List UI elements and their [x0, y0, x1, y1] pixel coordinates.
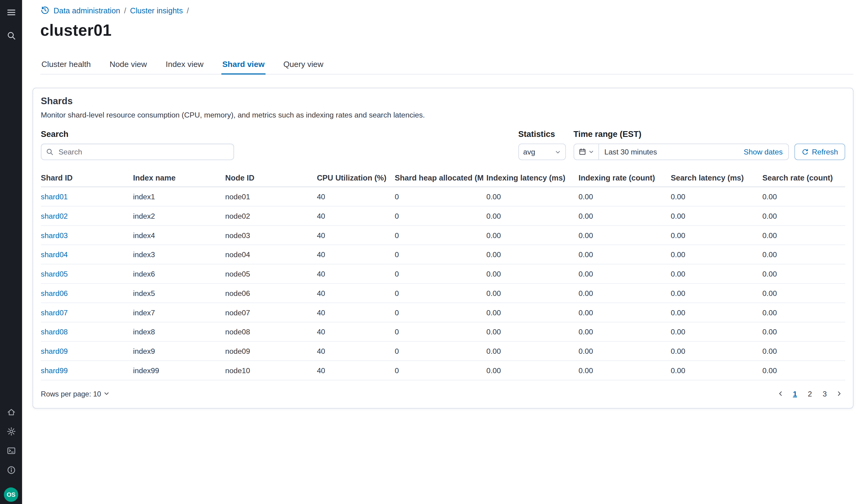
refresh-icon: [801, 148, 809, 155]
table-cell: node01: [225, 187, 317, 206]
table-cell: index1: [133, 187, 225, 206]
table-cell: 0: [395, 264, 486, 284]
table-cell: 0.00: [486, 284, 578, 303]
table-cell: 0.00: [763, 226, 845, 245]
tab-index-view[interactable]: Index view: [164, 54, 205, 74]
column-header[interactable]: Shard heap allocated (M: [395, 169, 486, 187]
table-cell: shard04: [41, 245, 133, 264]
search-box: [41, 143, 234, 160]
table-cell: 0: [395, 303, 486, 322]
page-button-3[interactable]: 3: [818, 387, 831, 400]
statistics-selected-value: avg: [523, 148, 535, 156]
table-cell: 0.00: [486, 206, 578, 226]
search-input[interactable]: [58, 147, 229, 157]
column-header[interactable]: Search latency (ms): [670, 169, 763, 187]
time-range-value[interactable]: Last 30 minutes: [599, 148, 738, 156]
column-header[interactable]: CPU Utilization (%): [317, 169, 395, 187]
shard-link[interactable]: shard99: [41, 366, 68, 375]
page-button-2[interactable]: 2: [803, 387, 817, 400]
next-page-icon[interactable]: [833, 387, 845, 400]
table-cell: 0.00: [670, 226, 763, 245]
table-body: shard01index1node014000.000.000.000.00sh…: [41, 187, 845, 380]
info-icon[interactable]: [6, 465, 16, 475]
shard-link[interactable]: shard04: [41, 250, 68, 259]
search-icon[interactable]: [6, 30, 16, 40]
table-cell: 0.00: [486, 361, 578, 380]
table-row: shard06index5node064000.000.000.000.00: [41, 284, 845, 303]
date-picker-button[interactable]: [574, 144, 599, 159]
table-cell: 0.00: [578, 341, 670, 361]
application-window: OS Data administration/Cluster insights/…: [0, 0, 859, 504]
statistics-select[interactable]: avg: [518, 143, 566, 160]
table-cell: 0.00: [670, 284, 763, 303]
user-avatar[interactable]: OS: [4, 487, 18, 502]
previous-page-icon[interactable]: [774, 387, 787, 400]
table-cell: 40: [317, 206, 395, 226]
show-dates-link[interactable]: Show dates: [738, 148, 788, 156]
table-cell: 0.00: [670, 341, 763, 361]
column-header[interactable]: Indexing latency (ms): [486, 169, 578, 187]
table-cell: node06: [225, 284, 317, 303]
shard-link[interactable]: shard03: [41, 231, 68, 239]
table-row: shard99index99node104000.000.000.000.00: [41, 361, 845, 380]
page-button-1[interactable]: 1: [788, 387, 802, 400]
panel-title: Shards: [41, 96, 845, 107]
home-icon[interactable]: [6, 407, 16, 417]
table-row: shard02index2node024000.000.000.000.00: [41, 206, 845, 226]
chevron-down-icon: [104, 391, 109, 396]
table-cell: node05: [225, 264, 317, 284]
menu-icon[interactable]: [6, 7, 16, 17]
tab-shard-view[interactable]: Shard view: [221, 54, 266, 75]
settings-icon[interactable]: [6, 426, 16, 436]
column-header[interactable]: Search rate (count): [763, 169, 845, 187]
tabs: Cluster healthNode viewIndex viewShard v…: [40, 54, 854, 75]
table-row: shard03index4node034000.000.000.000.00: [41, 226, 845, 245]
column-header[interactable]: Shard ID: [41, 169, 133, 187]
tab-cluster-health[interactable]: Cluster health: [40, 54, 92, 74]
table-cell: 0: [395, 226, 486, 245]
tab-query-view[interactable]: Query view: [282, 54, 325, 74]
table-cell: 0.00: [578, 264, 670, 284]
table-cell: shard02: [41, 206, 133, 226]
table-cell: index2: [133, 206, 225, 226]
console-icon[interactable]: [6, 445, 16, 456]
shard-link[interactable]: shard06: [41, 289, 68, 297]
table-cell: shard01: [41, 187, 133, 206]
table-cell: 0.00: [670, 264, 763, 284]
breadcrumb-link[interactable]: Cluster insights: [130, 6, 183, 15]
table-cell: 0: [395, 361, 486, 380]
breadcrumb-link[interactable]: Data administration: [54, 6, 120, 15]
shard-link[interactable]: shard01: [41, 192, 68, 200]
recent-history-icon[interactable]: [40, 5, 50, 15]
shard-link[interactable]: shard05: [41, 270, 68, 278]
page-title: cluster01: [40, 21, 854, 40]
shard-link[interactable]: shard09: [41, 347, 68, 355]
column-header[interactable]: Indexing rate (count): [578, 169, 670, 187]
rows-per-page-selector[interactable]: Rows per page: 10: [41, 390, 109, 398]
table-cell: shard09: [41, 341, 133, 361]
table-cell: 40: [317, 322, 395, 341]
table-cell: index5: [133, 284, 225, 303]
table-cell: 0: [395, 341, 486, 361]
table-cell: 0.00: [578, 361, 670, 380]
column-header[interactable]: Node ID: [225, 169, 317, 187]
shards-panel: Shards Monitor shard-level resource cons…: [33, 88, 854, 409]
column-header[interactable]: Index name: [133, 169, 225, 187]
table-cell: 0.00: [578, 284, 670, 303]
left-sidebar: OS: [0, 0, 22, 504]
table-cell: 0.00: [486, 303, 578, 322]
shard-link[interactable]: shard08: [41, 328, 68, 336]
table-cell: 0.00: [486, 322, 578, 341]
table-row: shard09index9node094000.000.000.000.00: [41, 341, 845, 361]
refresh-button[interactable]: Refresh: [794, 143, 845, 160]
time-range-label: Time range (EST): [573, 129, 845, 138]
table-cell: index7: [133, 303, 225, 322]
tab-node-view[interactable]: Node view: [108, 54, 148, 74]
shard-link[interactable]: shard02: [41, 212, 68, 220]
table-cell: 40: [317, 284, 395, 303]
table-cell: 0.00: [763, 245, 845, 264]
shard-link[interactable]: shard07: [41, 308, 68, 317]
table-cell: 0.00: [670, 206, 763, 226]
table-cell: 0.00: [763, 341, 845, 361]
table-cell: 0.00: [486, 245, 578, 264]
